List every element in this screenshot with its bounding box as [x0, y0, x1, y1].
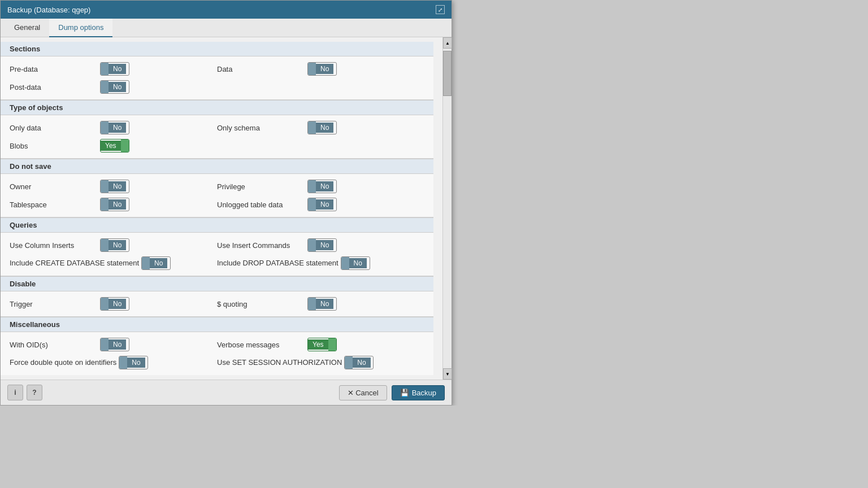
toggle-slider-tablespace: [101, 198, 108, 211]
toggle-only-schema[interactable]: No: [307, 121, 337, 134]
toggle-only-data[interactable]: No: [100, 121, 129, 134]
toggle-slider-use-insert-commands: [308, 239, 316, 251]
toggle-unlogged[interactable]: No: [307, 198, 337, 211]
toggle-use-insert-commands[interactable]: No: [307, 238, 337, 252]
label-include-drop-db: Include DROP DATABASE statement: [217, 258, 338, 268]
label-with-oids: With OID(s): [10, 341, 100, 349]
toggle-slider-only-schema: [308, 121, 316, 134]
row-blobs: Blobs Yes: [10, 137, 424, 155]
scrollbar[interactable]: ▲ ▼: [442, 37, 452, 380]
window-title: Backup (Database: qgep): [7, 6, 90, 14]
info-icon: i: [14, 389, 16, 396]
label-dollar-quoting: $ quoting: [217, 300, 307, 308]
toggle-no-force-double-quote: No: [127, 358, 145, 368]
toggle-slider-verbose: [328, 338, 336, 351]
toggle-data[interactable]: No: [307, 62, 337, 76]
toggle-no-trigger: No: [108, 299, 126, 309]
help-icon: ?: [32, 389, 36, 396]
row-tablespace: Tablespace No Unlogged table data No: [10, 195, 424, 213]
toggle-no-include-drop-db: No: [349, 258, 367, 268]
scrollbar-down[interactable]: ▼: [443, 368, 452, 380]
toggle-slider-include-create-db: [142, 257, 150, 269]
toggle-no-data: No: [316, 64, 333, 74]
section-header-disable: Disable: [1, 276, 433, 291]
label-use-column-inserts: Use Column Inserts: [10, 241, 100, 250]
toggle-yes-blobs: Yes: [101, 141, 121, 151]
label-owner: Owner: [10, 182, 100, 191]
tab-general[interactable]: General: [5, 19, 49, 37]
backup-dialog: Backup (Database: qgep) ⤢ General Dump o…: [0, 0, 452, 406]
toggle-owner[interactable]: No: [100, 180, 129, 193]
scrollbar-up[interactable]: ▲: [443, 37, 452, 49]
col-use-set-session: Use SET SESSION AUTHORIZATION No: [217, 356, 424, 369]
toggle-use-set-session[interactable]: No: [344, 356, 374, 369]
toggle-no-include-create-db: No: [150, 258, 167, 268]
toggle-slider-dollar-quoting: [308, 298, 316, 310]
tab-dump-options[interactable]: Dump options: [49, 19, 112, 37]
scrollable-content[interactable]: Sections Pre-data No Data: [1, 37, 433, 380]
row-trigger: Trigger No $ quoting No: [10, 295, 424, 313]
expand-button[interactable]: ⤢: [436, 5, 445, 14]
toggle-no-privilege: No: [316, 181, 333, 191]
footer: i ? ✕ Cancel 💾 Backup: [1, 380, 452, 405]
section-header-misc: Miscellaneous: [1, 317, 433, 332]
section-body-misc: With OID(s) No Verbose messages Yes: [1, 332, 433, 375]
section-header-sections: Sections: [1, 42, 433, 56]
label-use-insert-commands: Use Insert Commands: [217, 241, 307, 250]
toggle-trigger[interactable]: No: [100, 297, 129, 311]
col-privilege: Privilege No: [217, 180, 424, 193]
toggle-no-use-set-session: No: [353, 358, 370, 368]
toggle-include-create-db[interactable]: No: [141, 256, 171, 270]
toggle-force-double-quote[interactable]: No: [119, 356, 148, 369]
toggle-slider-only-data: [101, 121, 108, 134]
tabs-bar: General Dump options: [1, 19, 452, 37]
info-button[interactable]: i: [7, 385, 23, 400]
col-verbose-messages: Verbose messages Yes: [217, 338, 424, 351]
label-only-schema: Only schema: [217, 124, 307, 132]
label-verbose-messages: Verbose messages: [217, 341, 307, 349]
col-blobs: Blobs Yes: [10, 139, 217, 152]
toggle-slider-privilege: [308, 180, 316, 193]
label-unlogged: Unlogged table data: [217, 201, 307, 209]
label-force-double-quote: Force double quote on identifiers: [10, 358, 116, 368]
toggle-blobs[interactable]: Yes: [100, 139, 129, 152]
toggle-slider-use-column-inserts: [101, 239, 108, 251]
label-pre-data: Pre-data: [10, 65, 100, 73]
label-use-set-session: Use SET SESSION AUTHORIZATION: [217, 358, 342, 368]
toggle-no-owner: No: [108, 181, 126, 191]
label-only-data: Only data: [10, 124, 100, 132]
toggle-with-oids[interactable]: No: [100, 338, 129, 351]
toggle-privilege[interactable]: No: [307, 180, 337, 193]
col-dollar-quoting: $ quoting No: [217, 297, 424, 311]
row-owner: Owner No Privilege No: [10, 177, 424, 195]
section-header-queries: Queries: [1, 217, 433, 233]
label-include-create-db: Include CREATE DATABASE statement: [10, 258, 139, 268]
col-use-column-inserts: Use Column Inserts No: [10, 238, 217, 252]
label-data: Data: [217, 65, 307, 73]
toggle-slider-include-drop-db: [341, 257, 349, 269]
toggle-no-with-oids: No: [108, 339, 126, 350]
toggle-slider-post-data: [101, 81, 108, 93]
label-privilege: Privilege: [217, 182, 307, 191]
toggle-dollar-quoting[interactable]: No: [307, 297, 337, 311]
toggle-post-data[interactable]: No: [100, 80, 129, 94]
col-trigger: Trigger No: [10, 297, 217, 311]
col-data: Data No: [217, 62, 424, 76]
cancel-button[interactable]: ✕ Cancel: [339, 385, 387, 400]
toggle-slider-blobs: [121, 140, 129, 152]
toggle-verbose-messages[interactable]: Yes: [307, 338, 337, 351]
toggle-tablespace[interactable]: No: [100, 198, 129, 211]
toggle-no-post-data: No: [108, 82, 126, 92]
scrollbar-track: [443, 49, 452, 368]
toggle-use-column-inserts[interactable]: No: [100, 238, 129, 252]
expand-icon: ⤢: [438, 7, 442, 13]
label-post-data: Post-data: [10, 83, 100, 91]
backup-button[interactable]: 💾 Backup: [392, 385, 445, 400]
scrollbar-thumb[interactable]: [443, 51, 452, 96]
row-with-oids: With OID(s) No Verbose messages Yes: [10, 336, 424, 354]
toggle-no-pre-data: No: [108, 64, 126, 74]
col-tablespace: Tablespace No: [10, 198, 217, 211]
toggle-include-drop-db[interactable]: No: [341, 256, 370, 270]
toggle-pre-data[interactable]: No: [100, 62, 129, 76]
help-button[interactable]: ?: [27, 385, 42, 400]
